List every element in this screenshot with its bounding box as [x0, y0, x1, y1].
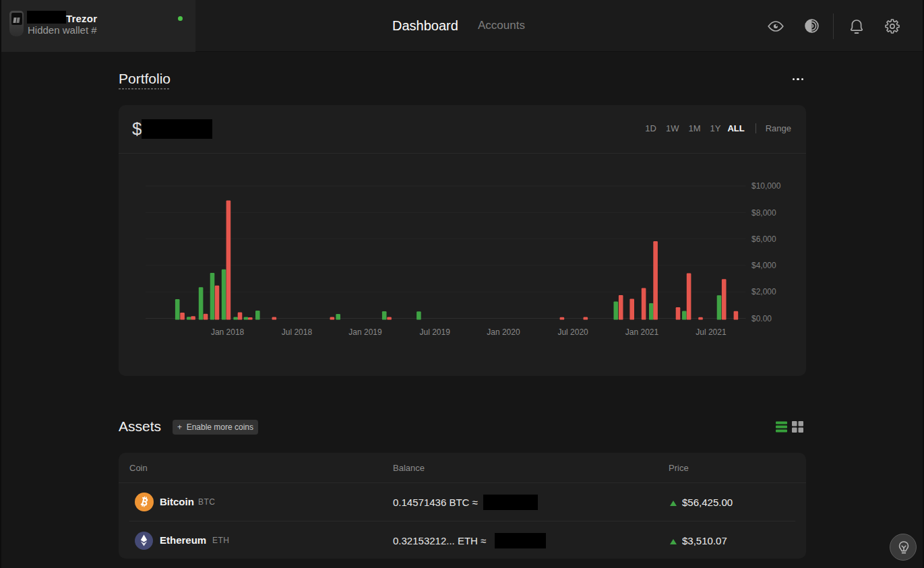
svg-text:Jul 2018: Jul 2018	[282, 327, 313, 337]
svg-text:Jan 2018: Jan 2018	[211, 327, 245, 337]
svg-text:$10,000: $10,000	[751, 181, 781, 191]
svg-text:Jul 2020: Jul 2020	[557, 327, 588, 337]
svg-text:Jan 2019: Jan 2019	[348, 327, 382, 337]
svg-text:$6,000: $6,000	[751, 234, 776, 244]
svg-text:$2,000: $2,000	[751, 287, 776, 296]
svg-text:$0.00: $0.00	[751, 314, 772, 323]
svg-text:Jul 2019: Jul 2019	[420, 327, 451, 337]
svg-text:Jan 2021: Jan 2021	[625, 327, 659, 337]
svg-text:Jan 2020: Jan 2020	[487, 327, 520, 337]
svg-text:$4,000: $4,000	[751, 261, 776, 270]
svg-text:Jul 2021: Jul 2021	[696, 327, 727, 337]
svg-text:$8,000: $8,000	[751, 208, 776, 218]
